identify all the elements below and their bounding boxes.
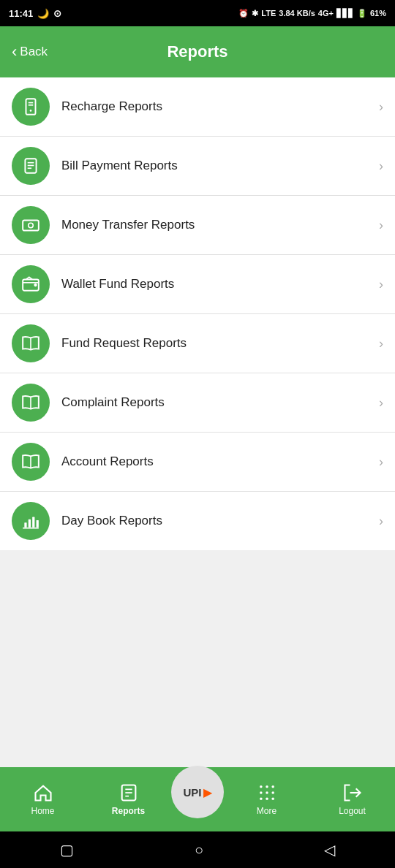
svg-point-26 (260, 785, 263, 788)
menu-item-fund[interactable]: Fund Request Reports › (0, 314, 395, 373)
svg-point-32 (260, 797, 263, 800)
fund-icon-circle (12, 324, 50, 362)
menu-item-daybook[interactable]: Day Book Reports › (0, 492, 395, 550)
svg-point-3 (30, 110, 32, 112)
money-icon-circle (12, 206, 50, 244)
network-type: 4G+ (318, 9, 334, 18)
recharge-icon-circle (12, 88, 50, 126)
chevron-icon: › (379, 218, 383, 233)
upi-button[interactable]: UPI ▶ (171, 766, 224, 818)
book-open-icon-2 (21, 393, 40, 412)
battery-level: 61% (370, 9, 386, 18)
moon-icon: 🌙 (37, 8, 49, 19)
svg-point-28 (271, 785, 274, 788)
chevron-icon: › (379, 514, 383, 529)
nav-logout[interactable]: Logout (309, 783, 395, 816)
signal-bars: ▋▋▋ (336, 9, 354, 18)
nav-reports[interactable]: Reports (86, 783, 171, 816)
account-reports-label: Account Reports (61, 454, 379, 469)
svg-rect-19 (32, 517, 34, 528)
reports-nav-icon (118, 783, 139, 803)
menu-item-bill[interactable]: Bill Payment Reports › (0, 137, 395, 196)
circle-nav-button[interactable]: ○ (195, 842, 203, 859)
account-icon-circle (12, 443, 50, 481)
reports-nav-label: Reports (112, 806, 145, 816)
daybook-reports-label: Day Book Reports (61, 514, 379, 528)
whatsapp-icon: ⊙ (53, 8, 61, 19)
money-reports-label: Money Transfer Reports (61, 218, 379, 232)
status-bar: 11:41 🌙 ⊙ ⏰ ✱ LTE 3.84 KB/s 4G+ ▋▋▋ 🔋 61… (0, 0, 395, 26)
header: ‹ Back Reports (0, 26, 395, 77)
fund-reports-label: Fund Request Reports (61, 336, 379, 351)
square-nav-button[interactable]: ▢ (60, 841, 74, 859)
menu-item-complaint[interactable]: Complaint Reports › (0, 373, 395, 433)
menu-item-account[interactable]: Account Reports › (0, 433, 395, 492)
alarm-icon: ⏰ (238, 9, 249, 18)
status-right: ⏰ ✱ LTE 3.84 KB/s 4G+ ▋▋▋ 🔋 61% (238, 9, 386, 18)
chevron-icon: › (379, 99, 383, 115)
book-open-icon-3 (21, 452, 40, 471)
bill-reports-label: Bill Payment Reports (61, 159, 379, 173)
nav-home[interactable]: Home (0, 783, 86, 816)
logout-label: Logout (339, 806, 366, 816)
menu-item-wallet[interactable]: Wallet Fund Reports › (0, 255, 395, 314)
wallet-reports-label: Wallet Fund Reports (61, 277, 379, 292)
upi-text: UPI (183, 786, 201, 799)
speed-indicator: 3.84 KB/s (279, 9, 315, 18)
chevron-icon: › (379, 395, 383, 411)
logout-icon (342, 783, 363, 803)
wallet-icon (21, 275, 40, 294)
book-open-icon (21, 334, 40, 353)
content-area: Recharge Reports › Bill Payment Reports … (0, 77, 395, 550)
svg-point-29 (260, 791, 263, 794)
lte-icon: LTE (261, 9, 276, 18)
complaint-icon-circle (12, 384, 50, 422)
bill-icon-circle (12, 147, 50, 185)
chevron-icon: › (379, 454, 383, 470)
status-left: 11:41 🌙 ⊙ (9, 8, 61, 19)
more-icon (257, 783, 277, 803)
svg-point-33 (266, 797, 268, 800)
more-label: More (257, 806, 276, 816)
svg-point-9 (29, 223, 34, 228)
battery-icon: 🔋 (357, 9, 367, 18)
bluetooth-icon: ✱ (252, 9, 258, 18)
system-nav-bar: ▢ ○ ◁ (0, 831, 395, 868)
bottom-nav: Home Reports UPI ▶ More (0, 767, 395, 831)
chart-bar-icon (21, 511, 40, 530)
back-button[interactable]: ‹ Back (12, 44, 48, 60)
svg-rect-18 (29, 519, 31, 528)
menu-item-money[interactable]: Money Transfer Reports › (0, 196, 395, 255)
daybook-icon-circle (12, 502, 50, 540)
chevron-icon: › (379, 277, 383, 292)
svg-rect-20 (37, 520, 39, 528)
cash-icon (21, 216, 40, 235)
complaint-reports-label: Complaint Reports (61, 395, 379, 410)
svg-rect-0 (26, 99, 36, 115)
svg-point-31 (271, 791, 274, 794)
svg-rect-17 (24, 522, 26, 528)
home-label: Home (31, 806, 54, 816)
upi-arrow-icon: ▶ (203, 785, 212, 799)
svg-rect-8 (23, 221, 39, 231)
nav-more[interactable]: More (224, 783, 309, 816)
recharge-reports-label: Recharge Reports (61, 99, 379, 114)
svg-point-34 (271, 797, 274, 800)
page-title: Reports (167, 42, 227, 61)
back-arrow-icon: ‹ (12, 44, 17, 60)
svg-point-27 (266, 785, 268, 788)
home-icon (33, 783, 53, 803)
phone-icon (21, 97, 40, 116)
menu-list: Recharge Reports › Bill Payment Reports … (0, 77, 395, 550)
document-icon (21, 156, 40, 175)
menu-item-recharge[interactable]: Recharge Reports › (0, 77, 395, 137)
svg-point-30 (266, 791, 268, 794)
back-label: Back (20, 45, 48, 59)
wallet-icon-circle (12, 265, 50, 303)
chevron-icon: › (379, 336, 383, 351)
back-nav-button[interactable]: ◁ (324, 841, 335, 859)
time: 11:41 (9, 8, 33, 19)
chevron-icon: › (379, 159, 383, 174)
